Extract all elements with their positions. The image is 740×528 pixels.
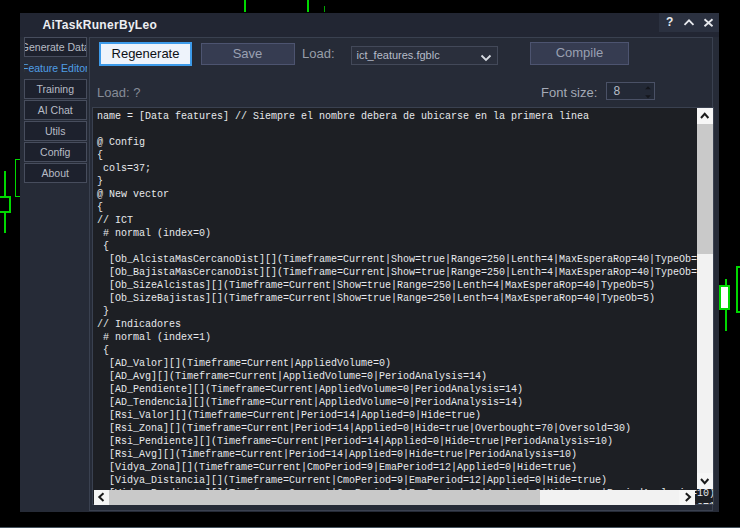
svg-text:?: ? — [666, 15, 673, 29]
